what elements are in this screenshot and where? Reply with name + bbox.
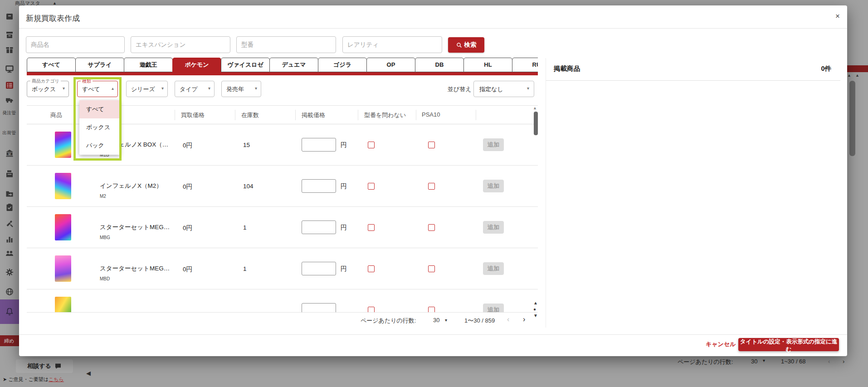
bell-icon[interactable] <box>5 307 14 316</box>
product-name-input[interactable] <box>26 36 125 53</box>
tab-hl[interactable]: HL <box>463 58 512 72</box>
series-filter-select[interactable]: シリーズ ▾ <box>126 81 168 97</box>
next-page-icon[interactable]: › <box>523 315 525 323</box>
add-button[interactable]: 追加 <box>483 221 504 234</box>
submit-button[interactable]: タイトルの設定・表示形式の指定に進む <box>738 338 839 351</box>
buy-list-icon[interactable] <box>5 81 14 90</box>
gift-icon[interactable] <box>5 45 14 54</box>
col-listed-price: 掲載価格 <box>302 111 325 119</box>
archive-icon[interactable] <box>5 30 14 39</box>
table-scroll-up-icon[interactable]: ▲ <box>533 106 537 110</box>
listed-products-header: 掲載商品 0件 <box>546 58 840 81</box>
bg-next-page-icon[interactable]: › <box>843 358 844 365</box>
search-icon <box>456 42 462 48</box>
caret-down-icon: ▾ <box>63 86 65 91</box>
listed-products-panel: 掲載商品 0件 <box>546 58 840 328</box>
tab-supply[interactable]: サプライ <box>75 58 124 72</box>
rows-per-page-value[interactable]: 30 <box>433 317 439 323</box>
collapse-left-icon[interactable]: ◀ <box>86 370 91 377</box>
table-row: 追加 <box>27 289 538 312</box>
product-image <box>55 255 71 282</box>
scroll-down-icon[interactable]: ▼ <box>533 313 538 318</box>
tab-yugioh[interactable]: 遊戯王 <box>124 58 173 72</box>
psa10-checkbox[interactable] <box>428 183 435 190</box>
listed-products-count: 0件 <box>821 64 831 73</box>
psa10-checkbox[interactable] <box>428 265 435 272</box>
header-divider <box>19 28 847 29</box>
page-scrollbar-thumb[interactable] <box>849 81 855 156</box>
bar-chart-icon[interactable] <box>5 235 14 244</box>
consult-button[interactable]: 相談する <box>16 359 73 373</box>
stock-count: 15 <box>243 142 250 148</box>
auction-icon[interactable] <box>5 219 14 228</box>
psa10-checkbox[interactable] <box>428 224 435 231</box>
sidebar-item-order-label[interactable]: 発注管 <box>2 110 19 116</box>
cancel-button[interactable]: キャンセル <box>706 340 736 348</box>
gear-icon[interactable] <box>5 268 14 277</box>
listed-price-input[interactable] <box>302 138 336 152</box>
any-model-checkbox[interactable] <box>368 307 375 312</box>
bg-rows-per-page-value[interactable]: 30 <box>751 358 757 365</box>
model-number-input[interactable] <box>236 36 336 53</box>
any-model-checkbox[interactable] <box>368 224 375 231</box>
annotation-highlight-box <box>73 77 122 161</box>
search-button[interactable]: 検索 <box>448 37 484 53</box>
listed-price-input[interactable] <box>302 179 336 193</box>
bank-icon[interactable]: M <box>5 149 14 158</box>
category-filter-select[interactable]: 商品カテゴリ ボックス ▾ <box>27 81 69 97</box>
buy-price: 0円 <box>183 265 192 274</box>
sort-select[interactable]: 指定なし ▾ <box>473 81 534 97</box>
caret-down-icon: ▾ <box>527 86 529 91</box>
users-icon[interactable] <box>5 249 14 258</box>
tab-op[interactable]: OP <box>366 58 415 72</box>
any-model-checkbox[interactable] <box>368 183 375 190</box>
product-code: MBG <box>100 235 110 240</box>
year-filter-select[interactable]: 発売年 ▾ <box>221 81 261 97</box>
add-button[interactable]: 追加 <box>483 262 504 275</box>
tab-all[interactable]: すべて <box>27 58 76 72</box>
folder-export-icon[interactable] <box>5 189 14 198</box>
feedback-link[interactable]: こちら <box>49 377 64 382</box>
tab-godzilla[interactable]: ゴジラ <box>318 58 367 72</box>
svg-text:M: M <box>8 152 10 156</box>
any-model-checkbox[interactable] <box>368 265 375 272</box>
scroll-dot-icon[interactable]: ● <box>533 307 536 312</box>
type-filter-select[interactable]: タイプ ▾ <box>175 81 215 97</box>
closing-button[interactable]: 締め <box>0 335 19 346</box>
tab-weiss[interactable]: ヴァイスロゼ <box>221 58 270 72</box>
listed-price-input[interactable] <box>302 262 336 275</box>
table-scrollbar-thumb[interactable] <box>534 112 538 135</box>
add-button[interactable]: 追加 <box>483 180 504 192</box>
expansion-input[interactable] <box>131 36 230 53</box>
stock-count: 1 <box>243 224 247 231</box>
box-icon[interactable] <box>5 12 14 21</box>
rarity-input[interactable] <box>342 36 442 53</box>
listed-price-input[interactable] <box>302 220 336 234</box>
sidebar-item-ship-label[interactable]: 出荷管 <box>2 130 19 136</box>
clipboard-check-icon[interactable] <box>5 203 14 212</box>
scroll-up-icon[interactable]: ▲ <box>533 300 538 305</box>
footer-divider <box>19 334 847 335</box>
listed-price-input[interactable] <box>302 303 336 312</box>
register-icon[interactable] <box>5 169 14 178</box>
globe-icon[interactable] <box>5 287 14 296</box>
add-button[interactable]: 追加 <box>483 304 504 312</box>
bg-rows-per-page-label: ページあたりの行数: <box>678 358 733 366</box>
col-psa10: PSA10 <box>422 111 440 118</box>
consult-button-label: 相談する <box>27 362 51 370</box>
tab-pokemon[interactable]: ポケモン <box>172 58 221 72</box>
prev-page-icon[interactable]: ‹ <box>507 315 509 323</box>
tab-ru[interactable]: RU <box>512 58 538 72</box>
psa10-checkbox[interactable] <box>428 142 435 148</box>
psa10-checkbox[interactable] <box>428 307 435 312</box>
product-image <box>55 132 71 158</box>
any-model-checkbox[interactable] <box>368 142 375 148</box>
close-icon[interactable]: × <box>835 12 840 21</box>
table-row: インフェルノX（M2） M2 0円 104 円 追加 <box>27 166 538 207</box>
bg-prev-page-icon[interactable]: ‹ <box>828 358 830 365</box>
tab-duema[interactable]: デュエマ <box>269 58 318 72</box>
monitor-icon[interactable] <box>5 64 14 73</box>
truck-icon[interactable] <box>5 95 14 104</box>
add-button[interactable]: 追加 <box>483 138 504 151</box>
tab-db[interactable]: DB <box>415 58 464 72</box>
